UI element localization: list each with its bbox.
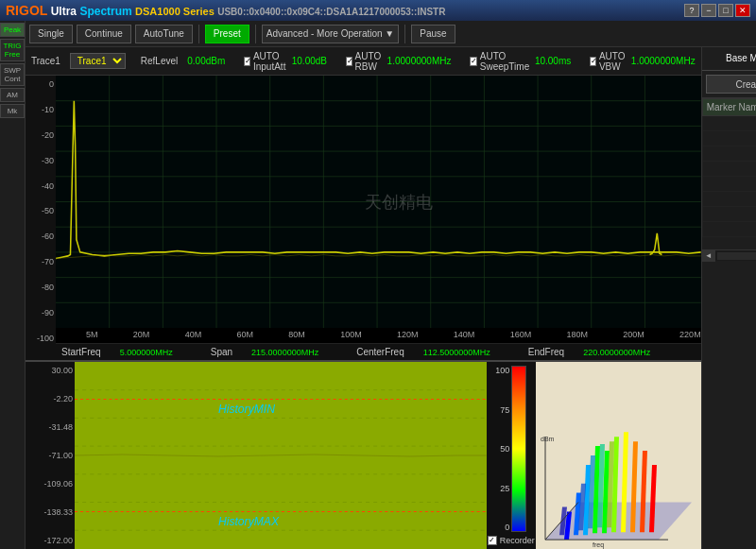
advanced-label: Advanced - More Operation ▼ [266, 28, 395, 39]
sidebar-ampt[interactable]: AM [0, 88, 25, 102]
rec-75: 75 [495, 405, 509, 415]
recorder-section: 100 75 50 25 0 Recorder [487, 362, 536, 549]
rec-100: 100 [495, 366, 509, 375]
spectrum-text: Spectrum [79, 5, 131, 18]
marker-row-empty8 [702, 222, 756, 237]
marker-row-empty4 [702, 162, 756, 177]
auto-vbw-label: AUTO VBW [599, 51, 628, 72]
close-button[interactable]: ✕ [735, 4, 750, 17]
auto-sweeptime-group: AUTO SweepTime 10.00ms [470, 51, 571, 72]
rec-25: 25 [495, 484, 509, 493]
rec-scale-labels: 100 75 50 25 0 [495, 366, 509, 532]
history-3d-graph: freq dBm [536, 362, 701, 549]
x-label-140m: 140M [454, 330, 475, 343]
spectrum-row: Trace1 Trace1 RefLevel 0.00dBm AUTO Inpu… [26, 47, 756, 549]
svg-text:HistoryMAX: HistoryMAX [218, 515, 280, 528]
auto-vbw-value: 1.0000000MHz [631, 56, 696, 66]
recorder-checkbox[interactable] [488, 536, 497, 545]
history-graph[interactable]: HistoryMIN HistoryMAX [75, 362, 487, 549]
marker-row-empty6 [702, 192, 756, 207]
end-freq-value: 220.0000000MHz [583, 348, 650, 357]
x-label-5m: 5M [86, 330, 98, 343]
trace-info-bar: Trace1 Trace1 RefLevel 0.00dBm AUTO Inpu… [26, 47, 701, 76]
hist-y-71: -71.00 [27, 451, 73, 460]
main-layout: Peak TRIGFree SWPCont AM Mk Single Conti… [0, 21, 756, 549]
create-marker-button[interactable]: Create [706, 75, 756, 94]
graph-area: 天创精电 [56, 76, 701, 360]
advanced-dropdown[interactable]: Advanced - More Operation ▼ [262, 25, 400, 43]
marker-name-header: Marker Name [702, 99, 756, 116]
minimize-button[interactable]: − [701, 4, 716, 17]
trace-select[interactable]: Trace1 [70, 53, 126, 69]
autotune-button[interactable]: AutoTune [135, 25, 193, 43]
marker-hscroll[interactable]: ◄ ► [702, 249, 756, 261]
sidebar-trig[interactable]: TRIGFree [0, 39, 25, 61]
x-label-200m: 200M [623, 330, 644, 343]
center-freq-label: CenterFreq [356, 347, 404, 357]
dsa-text: DSA1000 Series [135, 6, 215, 17]
toolbar-separator3 [404, 25, 405, 43]
y-label-10: -10 [27, 105, 54, 114]
svg-text:dBm: dBm [541, 436, 555, 442]
hscroll-left[interactable]: ◄ [702, 250, 715, 262]
reflevel-label: RefLevel [141, 56, 178, 66]
y-label-60: -60 [27, 232, 54, 241]
ultra-text: Ultra [51, 5, 80, 18]
auto-sweeptime-checkbox[interactable] [470, 57, 476, 66]
window-buttons: ? − □ ✕ [684, 4, 750, 17]
marker-table-container: Marker Name X Value Y Value [702, 98, 756, 249]
auto-rbw-label: AUTO RBW [355, 51, 385, 72]
y-label-0: 0 [27, 79, 54, 89]
auto-vbw-checkbox[interactable] [590, 57, 596, 66]
title-bar: RIGOL Ultra Spectrum DSA1000 Series USB0… [0, 0, 756, 21]
sidebar: Peak TRIGFree SWPCont AM Mk [0, 21, 26, 549]
pause-button[interactable]: Pause [411, 25, 455, 43]
y-label-80: -80 [27, 283, 54, 292]
hist-y-109: -109.06 [27, 479, 73, 489]
spectrum-canvas[interactable]: 天创精电 [56, 76, 701, 328]
recorder-color-scale [511, 366, 526, 532]
maximize-button[interactable]: □ [718, 4, 733, 17]
x-label-220m: 220M [679, 330, 701, 343]
auto-vbw-group: AUTO VBW 1.0000000MHz [590, 51, 695, 72]
continue-button[interactable]: Continue [77, 25, 131, 43]
trace-label: Trace1 [31, 56, 60, 66]
svg-text:HistoryMIN: HistoryMIN [218, 403, 275, 417]
history-section: 30.00 -2.20 -31.48 -71.00 -109.06 -138.3… [26, 360, 701, 549]
x-label-20m: 20M [133, 330, 150, 343]
hist-y-31: -31.48 [27, 422, 73, 432]
marker-row-empty5 [702, 177, 756, 192]
toolbar: Single Continue AutoTune Preset Advanced… [26, 21, 756, 47]
y-label-70: -70 [27, 257, 54, 266]
auto-sweeptime-value: 10.00ms [535, 56, 571, 66]
marker-table-scroll: Marker Name X Value Y Value [702, 98, 756, 249]
rec-0: 0 [495, 523, 509, 532]
y-label-40: -40 [27, 181, 54, 191]
svg-text:freq: freq [593, 541, 604, 549]
app-title: RIGOL Ultra Spectrum DSA1000 Series USB0… [6, 3, 445, 18]
center-freq-value: 112.5000000MHz [423, 348, 490, 357]
sidebar-mark[interactable]: Mk [0, 104, 25, 118]
preset-button[interactable]: Preset [205, 25, 249, 43]
auto-rbw-checkbox[interactable] [346, 57, 352, 66]
history-y-axis: 30.00 -2.20 -31.48 -71.00 -109.06 -138.3… [26, 362, 75, 549]
x-label-60m: 60M [236, 330, 253, 343]
hist-y-138: -138.33 [27, 507, 73, 517]
sidebar-peak[interactable]: Peak [0, 23, 25, 37]
x-label-100m: 100M [340, 330, 362, 343]
base-mark-tab[interactable]: Base Mark [702, 47, 756, 70]
hscroll-track[interactable] [717, 252, 756, 260]
reflevel-value: 0.00dBm [187, 56, 225, 66]
help-button[interactable]: ? [684, 4, 699, 17]
toolbar-separator [198, 25, 199, 43]
content-area: Single Continue AutoTune Preset Advanced… [26, 21, 756, 549]
y-axis: 0 -10 -20 -30 -40 -50 -60 -70 -80 -90 -1… [26, 76, 56, 360]
right-panel: Base Mark Marks Operation Create Delete [701, 47, 756, 549]
span-label: Span [211, 347, 232, 357]
single-button[interactable]: Single [29, 25, 73, 43]
sidebar-swp[interactable]: SWPCont [0, 63, 25, 86]
auto-inputatt-checkbox[interactable] [244, 57, 250, 66]
hist-y-2: -2.20 [27, 394, 73, 403]
auto-inputatt-group: AUTO InputAtt 10.00dB [244, 51, 327, 72]
marker-row-empty2 [702, 131, 756, 146]
